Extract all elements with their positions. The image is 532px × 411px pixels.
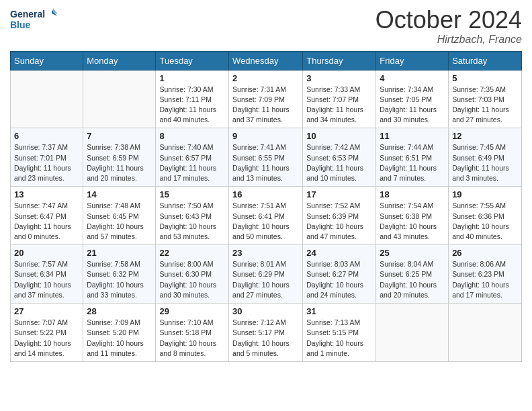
day-info: Sunrise: 7:44 AMSunset: 6:51 PMDaylight:… — [380, 142, 445, 183]
calendar-cell: 6Sunrise: 7:37 AMSunset: 7:01 PMDaylight… — [11, 128, 83, 187]
day-number: 29 — [159, 306, 225, 316]
day-number: 4 — [380, 73, 445, 83]
calendar-week-5: 27Sunrise: 7:07 AMSunset: 5:22 PMDayligh… — [11, 304, 522, 362]
logo: General Blue — [10, 7, 57, 35]
calendar-cell: 14Sunrise: 7:48 AMSunset: 6:45 PMDayligh… — [83, 187, 156, 245]
day-info: Sunrise: 7:47 AMSunset: 6:47 PMDaylight:… — [14, 201, 79, 242]
day-info: Sunrise: 7:09 AMSunset: 5:20 PMDaylight:… — [87, 318, 152, 359]
day-number: 18 — [380, 189, 445, 199]
day-number: 12 — [452, 131, 518, 141]
day-number: 24 — [306, 248, 372, 258]
calendar-week-2: 6Sunrise: 7:37 AMSunset: 7:01 PMDaylight… — [11, 128, 522, 187]
calendar-cell: 21Sunrise: 7:58 AMSunset: 6:32 PMDayligh… — [83, 245, 156, 304]
calendar-cell: 30Sunrise: 7:12 AMSunset: 5:17 PMDayligh… — [229, 304, 303, 362]
calendar-cell — [83, 70, 156, 128]
calendar-cell: 23Sunrise: 8:01 AMSunset: 6:29 PMDayligh… — [229, 245, 303, 304]
col-saturday: Saturday — [449, 51, 522, 70]
calendar-cell: 1Sunrise: 7:30 AMSunset: 7:11 PMDaylight… — [156, 70, 229, 128]
day-info: Sunrise: 7:07 AMSunset: 5:22 PMDaylight:… — [14, 318, 79, 359]
title-block: October 2024 Hirtzbach, France — [375, 7, 522, 46]
day-number: 3 — [306, 73, 372, 83]
day-info: Sunrise: 8:00 AMSunset: 6:30 PMDaylight:… — [159, 259, 225, 300]
day-info: Sunrise: 7:51 AMSunset: 6:41 PMDaylight:… — [232, 201, 299, 242]
day-info: Sunrise: 7:38 AMSunset: 6:59 PMDaylight:… — [87, 142, 152, 183]
calendar-cell — [449, 304, 522, 362]
col-monday: Monday — [83, 51, 156, 70]
calendar-cell: 20Sunrise: 7:57 AMSunset: 6:34 PMDayligh… — [11, 245, 83, 304]
calendar-cell: 4Sunrise: 7:34 AMSunset: 7:05 PMDaylight… — [376, 70, 449, 128]
calendar-cell: 26Sunrise: 8:06 AMSunset: 6:23 PMDayligh… — [449, 245, 522, 304]
day-number: 19 — [452, 189, 518, 199]
calendar-cell: 19Sunrise: 7:55 AMSunset: 6:36 PMDayligh… — [449, 187, 522, 245]
day-number: 23 — [232, 248, 299, 258]
day-number: 9 — [232, 131, 299, 141]
day-number: 6 — [14, 131, 79, 141]
month-title: October 2024 — [375, 7, 522, 34]
day-number: 8 — [159, 131, 225, 141]
calendar-cell: 2Sunrise: 7:31 AMSunset: 7:09 PMDaylight… — [229, 70, 303, 128]
day-info: Sunrise: 8:04 AMSunset: 6:25 PMDaylight:… — [380, 259, 445, 300]
day-info: Sunrise: 7:41 AMSunset: 6:55 PMDaylight:… — [232, 142, 299, 183]
calendar-cell: 16Sunrise: 7:51 AMSunset: 6:41 PMDayligh… — [229, 187, 303, 245]
calendar-cell: 8Sunrise: 7:40 AMSunset: 6:57 PMDaylight… — [156, 128, 229, 187]
day-number: 17 — [306, 189, 372, 199]
day-number: 20 — [14, 248, 79, 258]
day-info: Sunrise: 7:10 AMSunset: 5:18 PMDaylight:… — [159, 318, 225, 359]
day-info: Sunrise: 7:42 AMSunset: 6:53 PMDaylight:… — [306, 142, 372, 183]
day-number: 5 — [452, 73, 518, 83]
day-info: Sunrise: 7:45 AMSunset: 6:49 PMDaylight:… — [452, 142, 518, 183]
col-thursday: Thursday — [303, 51, 376, 70]
day-info: Sunrise: 7:54 AMSunset: 6:38 PMDaylight:… — [380, 201, 445, 242]
logo-svg: General Blue — [10, 7, 57, 35]
day-number: 22 — [159, 248, 225, 258]
calendar-cell: 12Sunrise: 7:45 AMSunset: 6:49 PMDayligh… — [449, 128, 522, 187]
day-info: Sunrise: 7:37 AMSunset: 7:01 PMDaylight:… — [14, 142, 79, 183]
day-number: 10 — [306, 131, 372, 141]
svg-text:General: General — [10, 9, 45, 19]
calendar-header-row: Sunday Monday Tuesday Wednesday Thursday… — [11, 51, 522, 70]
day-info: Sunrise: 7:58 AMSunset: 6:32 PMDaylight:… — [87, 259, 152, 300]
calendar-week-3: 13Sunrise: 7:47 AMSunset: 6:47 PMDayligh… — [11, 187, 522, 245]
day-number: 21 — [87, 248, 152, 258]
day-info: Sunrise: 7:55 AMSunset: 6:36 PMDaylight:… — [452, 201, 518, 242]
calendar-cell: 5Sunrise: 7:35 AMSunset: 7:03 PMDaylight… — [449, 70, 522, 128]
day-info: Sunrise: 8:03 AMSunset: 6:27 PMDaylight:… — [306, 259, 372, 300]
day-number: 31 — [306, 306, 372, 316]
location: Hirtzbach, France — [375, 34, 522, 46]
day-info: Sunrise: 7:40 AMSunset: 6:57 PMDaylight:… — [159, 142, 225, 183]
day-number: 2 — [232, 73, 299, 83]
calendar-week-1: 1Sunrise: 7:30 AMSunset: 7:11 PMDaylight… — [11, 70, 522, 128]
day-info: Sunrise: 7:33 AMSunset: 7:07 PMDaylight:… — [306, 85, 372, 126]
calendar-cell — [11, 70, 83, 128]
calendar-cell: 18Sunrise: 7:54 AMSunset: 6:38 PMDayligh… — [376, 187, 449, 245]
calendar-cell: 9Sunrise: 7:41 AMSunset: 6:55 PMDaylight… — [229, 128, 303, 187]
calendar-cell: 31Sunrise: 7:13 AMSunset: 5:15 PMDayligh… — [303, 304, 376, 362]
col-sunday: Sunday — [11, 51, 83, 70]
col-friday: Friday — [376, 51, 449, 70]
day-number: 28 — [87, 306, 152, 316]
calendar-table: Sunday Monday Tuesday Wednesday Thursday… — [10, 51, 522, 362]
day-number: 13 — [14, 189, 79, 199]
calendar-cell: 13Sunrise: 7:47 AMSunset: 6:47 PMDayligh… — [11, 187, 83, 245]
calendar-cell: 17Sunrise: 7:52 AMSunset: 6:39 PMDayligh… — [303, 187, 376, 245]
page: General Blue October 2024 Hirtzbach, Fra… — [0, 0, 532, 411]
day-number: 11 — [380, 131, 445, 141]
calendar-cell: 24Sunrise: 8:03 AMSunset: 6:27 PMDayligh… — [303, 245, 376, 304]
calendar-cell: 10Sunrise: 7:42 AMSunset: 6:53 PMDayligh… — [303, 128, 376, 187]
calendar-cell: 22Sunrise: 8:00 AMSunset: 6:30 PMDayligh… — [156, 245, 229, 304]
header: General Blue October 2024 Hirtzbach, Fra… — [10, 7, 522, 46]
day-number: 27 — [14, 306, 79, 316]
day-info: Sunrise: 7:52 AMSunset: 6:39 PMDaylight:… — [306, 201, 372, 242]
day-info: Sunrise: 8:06 AMSunset: 6:23 PMDaylight:… — [452, 259, 518, 300]
calendar-cell: 7Sunrise: 7:38 AMSunset: 6:59 PMDaylight… — [83, 128, 156, 187]
calendar-cell: 28Sunrise: 7:09 AMSunset: 5:20 PMDayligh… — [83, 304, 156, 362]
calendar-cell: 11Sunrise: 7:44 AMSunset: 6:51 PMDayligh… — [376, 128, 449, 187]
calendar-cell — [376, 304, 449, 362]
day-info: Sunrise: 7:31 AMSunset: 7:09 PMDaylight:… — [232, 85, 299, 126]
calendar-cell: 27Sunrise: 7:07 AMSunset: 5:22 PMDayligh… — [11, 304, 83, 362]
day-info: Sunrise: 7:48 AMSunset: 6:45 PMDaylight:… — [87, 201, 152, 242]
day-info: Sunrise: 7:35 AMSunset: 7:03 PMDaylight:… — [452, 85, 518, 126]
day-number: 1 — [159, 73, 225, 83]
col-wednesday: Wednesday — [229, 51, 303, 70]
svg-text:Blue: Blue — [10, 19, 31, 30]
